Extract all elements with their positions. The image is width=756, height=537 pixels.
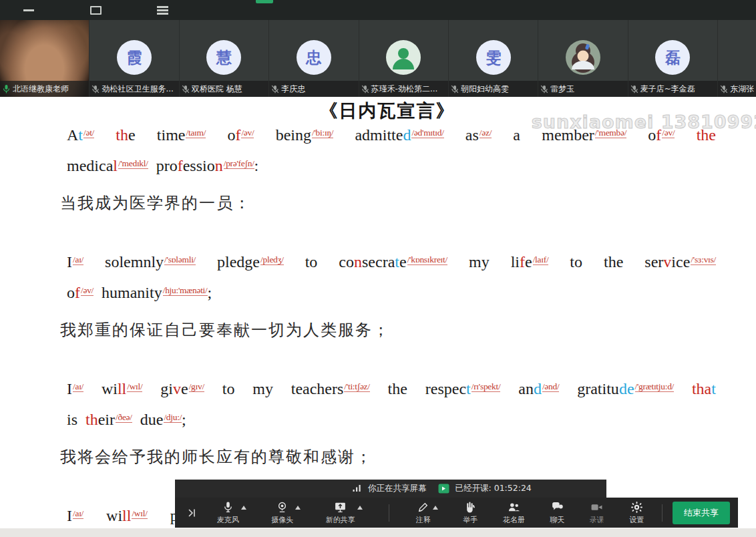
sharing-status-bar: 你正在共享屏幕 已经开课: 01:52:24	[175, 480, 606, 498]
participant-tile[interactable]: 雯朝阳妇幼高雯	[449, 20, 538, 97]
participant-nameplate: 东湖张	[718, 81, 756, 97]
participant-name: 劲松社区卫生服务...	[102, 83, 173, 95]
toolbar-button-label: 花名册	[503, 515, 525, 525]
phonetic-transcription: /aɪ/	[73, 508, 83, 519]
participant-tile[interactable]: 慧双桥医院 杨慧	[180, 20, 269, 97]
word: service/'sɜ:vɪs/	[644, 253, 716, 271]
word: solemnly/'sɒləmli/	[105, 253, 196, 271]
minimize-button[interactable]	[21, 4, 36, 16]
word: my	[469, 253, 490, 271]
toolbar-button-label: 录课	[590, 515, 604, 525]
participant-name: 北语继教康老师	[13, 83, 69, 95]
participant-tile[interactable]: 霞劲松社区卫生服务...	[89, 20, 179, 97]
word: I/aɪ/	[67, 507, 83, 525]
word: to	[570, 253, 582, 271]
chat-icon	[551, 501, 564, 514]
word: life/laɪf/	[511, 253, 549, 271]
word: the	[388, 380, 407, 398]
word: that	[692, 380, 716, 398]
toolbar-divider	[662, 504, 663, 522]
participant-nameplate: 双桥医院 杨慧	[180, 81, 268, 97]
participant-tile[interactable]: 北语继教康老师	[0, 20, 89, 97]
english-text-line: I/aɪ/solemnly/'sɒləmli/pledge/pledʒ/toco…	[67, 253, 716, 284]
toolbar-raise-hand-button[interactable]: 举手	[463, 501, 478, 525]
dropdown-caret-icon[interactable]	[433, 506, 438, 510]
maximize-button[interactable]	[88, 4, 103, 16]
toolbar-camera-button[interactable]: 摄像头	[271, 501, 293, 525]
toolbar-annotate-button[interactable]: 注释	[416, 501, 431, 525]
toolbar-button-label: 麦克风	[217, 515, 239, 525]
phonetic-transcription: /əz/	[480, 128, 492, 138]
mic-on-icon	[2, 84, 11, 94]
toolbar-microphone-button[interactable]: 麦克风	[217, 501, 239, 525]
word: admitted/əd'mɪtɪd/	[355, 126, 443, 144]
annotate-button-group: 注释	[416, 501, 438, 525]
menu-button[interactable]	[155, 4, 170, 16]
word: due/dju:/;	[140, 411, 186, 429]
participant-tile[interactable]: 东湖张	[718, 20, 756, 97]
dropdown-caret-icon[interactable]	[357, 506, 363, 510]
roster-icon	[508, 501, 520, 514]
annotate-icon	[417, 501, 429, 514]
participant-strip: 北语继教康老师霞劲松社区卫生服务...慧双桥医院 杨慧忠李庆忠苏瑾禾-劲松第二.…	[0, 20, 756, 97]
participant-nameplate: 李庆忠	[269, 81, 358, 97]
share-screen-icon	[334, 501, 347, 514]
phonetic-transcription: /rɪ'spekt/	[471, 381, 501, 392]
toolbar-button-label: 新的共享	[326, 515, 355, 525]
toolbar-button-label: 聊天	[550, 515, 564, 525]
phonetic-transcription: /aɪ/	[73, 381, 83, 392]
end-share-button[interactable]: 结束共享	[673, 502, 730, 524]
dropdown-caret-icon[interactable]	[295, 506, 301, 510]
participant-nameplate: 北语继教康老师	[0, 81, 89, 97]
document-paragraph: At/ət/thetime/taɪm/of/əv/being/'bi:ɪŋ/ad…	[0, 126, 756, 218]
phonetic-transcription: /ðeə/	[116, 412, 132, 423]
word: of/əv/	[67, 284, 93, 302]
collapse-toolbar-button[interactable]	[183, 503, 200, 523]
menu-icon	[157, 6, 168, 8]
english-text-line: I/aɪ/will/wɪl/give/gɪv/tomyteachers/'ti:…	[67, 380, 716, 411]
word: will/wɪl/	[106, 507, 148, 525]
record-icon	[590, 501, 603, 514]
word: profession/prə'feʃn/:	[156, 157, 259, 175]
word: is	[67, 411, 77, 429]
toolbar-record-button[interactable]: 录课	[590, 501, 604, 525]
class-badge-icon	[438, 484, 449, 494]
toolbar-chat-button[interactable]: 聊天	[550, 501, 564, 525]
word: pledge/pledʒ/	[217, 253, 284, 271]
taskbar-strip	[0, 528, 756, 537]
participant-nameplate: 麦子店~李金磊	[628, 81, 717, 97]
participant-tile[interactable]: 苏瑾禾-劲松第二...	[359, 20, 449, 97]
sharing-status-text: 你正在共享屏幕	[368, 483, 427, 494]
anime-avatar	[566, 40, 600, 75]
toolbar-settings-button[interactable]: 设置	[629, 501, 644, 525]
word: to	[305, 253, 318, 271]
meeting-toolbar: 麦克风摄像头新的共享注释举手花名册聊天录课设置 结束共享	[175, 498, 738, 528]
participant-tile[interactable]: 忠李庆忠	[269, 20, 359, 97]
phonetic-transcription: /ənd/	[542, 381, 560, 392]
microphone-icon	[222, 501, 234, 514]
participant-tile[interactable]: 磊麦子店~李金磊	[628, 20, 718, 97]
word: teachers/'ti:tʃəz/	[291, 380, 370, 398]
mic-muted-icon	[630, 85, 638, 94]
person-avatar-icon	[386, 40, 421, 75]
toolbar-roster-button[interactable]: 花名册	[503, 501, 525, 525]
word: their/ðeə/	[85, 411, 132, 429]
toolbar-share-screen-button[interactable]: 新的共享	[326, 501, 355, 525]
phonetic-transcription: /əv/	[81, 285, 93, 296]
word: and/ənd/	[518, 380, 559, 398]
settings-button-group: 设置	[629, 501, 644, 525]
dropdown-caret-icon[interactable]	[241, 506, 246, 510]
word: to	[222, 380, 235, 398]
word: time/taɪm/	[157, 126, 206, 144]
avatar-initial: 霞	[127, 47, 142, 68]
document-body: At/ət/thetime/taɪm/of/əv/being/'bi:ɪŋ/ad…	[0, 126, 756, 537]
participant-nameplate: 朝阳妇幼高雯	[449, 81, 538, 97]
english-text-line: medical/'medɪkl/profession/prə'feʃn/:	[67, 157, 716, 188]
participant-tile[interactable]: 雷梦玉	[538, 20, 628, 97]
word: the	[604, 253, 623, 271]
phonetic-transcription: /wɪl/	[132, 508, 147, 519]
phonetic-transcription: /aɪ/	[73, 254, 83, 265]
chinese-text-line: 我将会给予我的师长应有的尊敬和感谢；	[60, 441, 756, 472]
phonetic-transcription: /gɪv/	[189, 381, 204, 392]
mic-muted-icon	[451, 85, 459, 94]
